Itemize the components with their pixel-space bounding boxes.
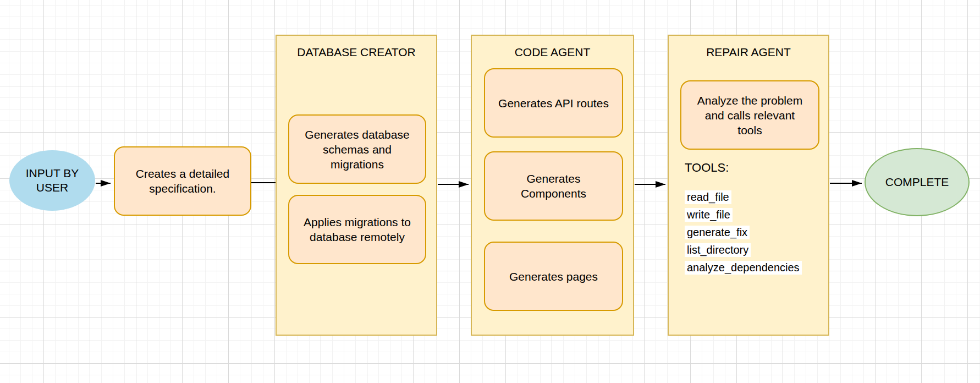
tool-item: write_file [685,208,802,222]
tool-item: analyze_dependencies [685,261,802,275]
tool-item: list_directory [685,243,802,257]
tool-generate-fix: generate_fix [685,226,750,239]
container-repair-agent[interactable]: REPAIR AGENT Analyze the problem and cal… [668,35,829,336]
node-input-by-user[interactable]: INPUT BY USER [9,150,95,211]
node-generates-components[interactable]: Generates Components [484,151,623,221]
node-analyze-problem[interactable]: Analyze the problem and calls relevant t… [680,80,819,150]
node-complete[interactable]: COMPLETE [865,148,970,216]
database-creator-title: DATABASE CREATOR [277,36,436,59]
tool-item: generate_fix [685,226,802,239]
applies-migrations-label: Applies migrations to database remotely [304,215,411,244]
diagram-canvas: INPUT BY USER Creates a detailed specifi… [0,0,980,383]
node-generates-schemas-migrations[interactable]: Generates database schemas and migration… [288,114,426,184]
tool-list-directory: list_directory [685,243,751,257]
tools-section: TOOLS: read_file write_file generate_fix… [685,161,802,278]
node-generates-api-routes[interactable]: Generates API routes [484,68,623,138]
node-generates-pages[interactable]: Generates pages [484,242,623,311]
input-by-user-label: INPUT BY USER [26,166,79,195]
generates-components-label: Generates Components [521,171,586,201]
complete-label: COMPLETE [885,175,949,189]
generates-api-routes-label: Generates API routes [498,96,609,111]
tool-item: read_file [685,190,802,204]
creates-specification-label: Creates a detailed specification. [136,166,229,196]
tool-read-file: read_file [685,190,731,204]
tool-write-file: write_file [685,208,733,222]
node-applies-migrations[interactable]: Applies migrations to database remotely [288,195,426,264]
analyze-problem-label: Analyze the problem and calls relevant t… [697,93,802,138]
node-creates-specification[interactable]: Creates a detailed specification. [114,146,251,216]
code-agent-title: CODE AGENT [472,36,633,59]
generates-schemas-migrations-label: Generates database schemas and migration… [305,127,409,172]
container-code-agent[interactable]: CODE AGENT Generates API routes Generate… [471,35,634,336]
tools-heading: TOOLS: [685,161,802,174]
generates-pages-label: Generates pages [509,269,598,284]
container-database-creator[interactable]: DATABASE CREATOR Generates database sche… [276,35,437,336]
repair-agent-title: REPAIR AGENT [669,36,828,59]
tool-analyze-dependencies: analyze_dependencies [685,261,802,275]
